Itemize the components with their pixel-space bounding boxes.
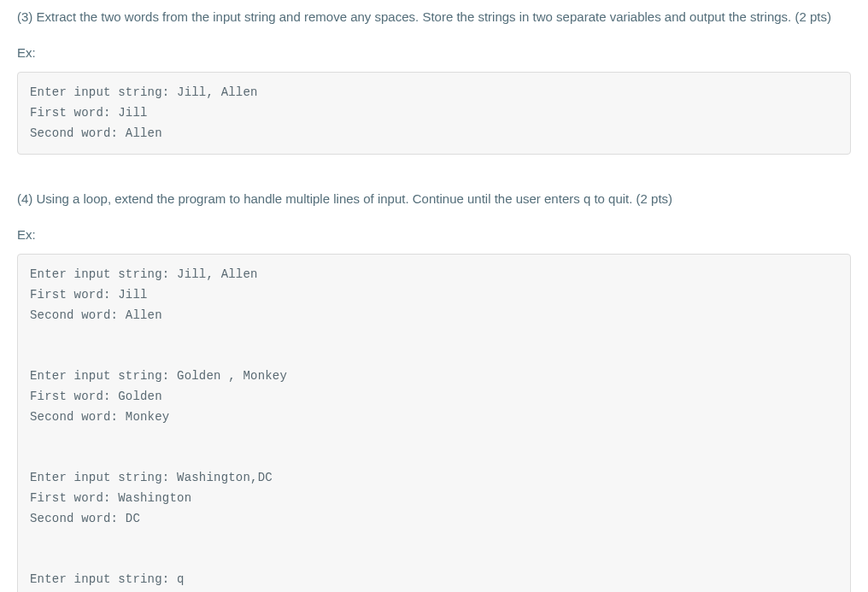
- section-3-example-label: Ex:: [17, 43, 851, 63]
- section-4-instruction: (4) Using a loop, extend the program to …: [17, 189, 851, 209]
- section-3-code-example: Enter input string: Jill, Allen First wo…: [17, 72, 851, 155]
- section-3-instruction: (3) Extract the two words from the input…: [17, 7, 851, 27]
- section-4-code-example: Enter input string: Jill, Allen First wo…: [17, 254, 851, 592]
- section-spacer: [17, 179, 851, 189]
- section-4-example-label: Ex:: [17, 225, 851, 245]
